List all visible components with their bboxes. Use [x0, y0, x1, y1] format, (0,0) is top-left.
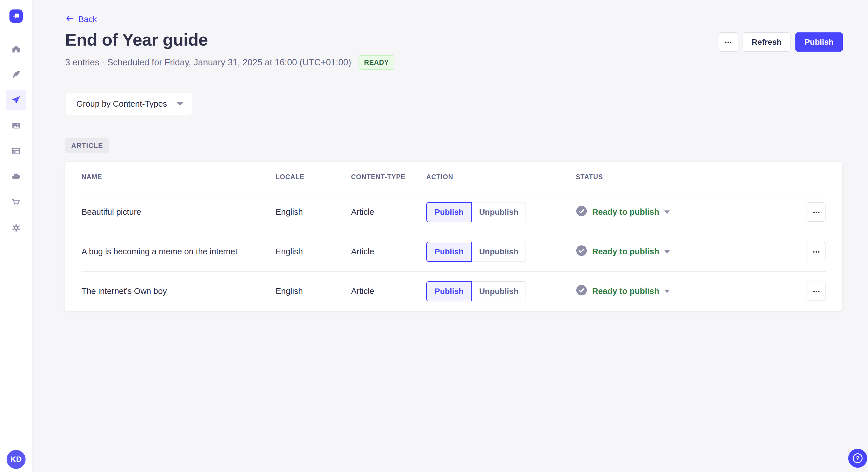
publish-state-toggle: Publish Unpublish — [426, 281, 526, 301]
chevron-down-icon — [177, 102, 183, 106]
column-header-content-type: CONTENT-TYPE — [351, 173, 426, 181]
publish-toggle-button[interactable]: Publish — [426, 202, 472, 222]
entry-content-type: Article — [351, 247, 426, 256]
sidebar-item-marketplace[interactable] — [6, 192, 26, 212]
header-actions: Refresh Publish — [719, 32, 843, 52]
images-icon — [11, 121, 21, 131]
back-arrow-icon — [65, 14, 74, 25]
gear-icon — [11, 223, 21, 233]
check-circle-icon — [576, 205, 587, 219]
group-by-label: Group by Content-Types — [76, 99, 167, 109]
unpublish-toggle-button[interactable]: Unpublish — [472, 281, 526, 301]
entry-action-cell: Publish Unpublish — [426, 281, 576, 301]
cloud-icon — [11, 171, 21, 182]
entry-action-cell: Publish Unpublish — [426, 242, 576, 262]
chevron-down-icon — [664, 210, 670, 214]
status-badge: READY — [359, 55, 394, 70]
entry-action-cell: Publish Unpublish — [426, 202, 576, 222]
content-type-group-badge: ARTICLE — [65, 138, 109, 153]
sidebar-item-releases[interactable] — [6, 90, 26, 110]
row-more-button[interactable] — [807, 281, 826, 301]
user-avatar[interactable]: KD — [7, 450, 26, 469]
more-dots-icon — [813, 249, 820, 254]
more-dots-icon — [813, 210, 820, 214]
more-dots-icon — [813, 289, 820, 293]
entry-status-dropdown[interactable]: Ready to publish — [576, 205, 807, 219]
layout-icon — [11, 146, 21, 156]
entries-table-card: NAME LOCALE CONTENT-TYPE ACTION STATUS B… — [65, 162, 842, 311]
status-label: Ready to publish — [592, 286, 659, 296]
entry-locale: English — [276, 286, 351, 296]
entry-content-type: Article — [351, 286, 426, 296]
entry-name: Beautiful picture — [82, 207, 276, 217]
group-by-select[interactable]: Group by Content-Types — [65, 93, 192, 115]
unpublish-toggle-button[interactable]: Unpublish — [472, 242, 526, 262]
sidebar-nav — [0, 39, 32, 238]
column-header-locale: LOCALE — [276, 173, 351, 181]
chevron-down-icon — [664, 290, 670, 293]
entry-locale: English — [276, 247, 351, 256]
entry-status-dropdown[interactable]: Ready to publish — [576, 284, 807, 298]
table-body: Beautiful picture English Article Publis… — [82, 192, 826, 311]
publish-state-toggle: Publish Unpublish — [426, 242, 526, 262]
page-title: End of Year guide — [65, 30, 208, 49]
entry-locale: English — [276, 207, 351, 217]
publish-toggle-button[interactable]: Publish — [426, 242, 472, 262]
check-circle-icon — [576, 284, 587, 298]
home-icon — [11, 44, 21, 54]
strapi-logo[interactable] — [0, 0, 32, 32]
feather-icon — [11, 70, 21, 79]
entry-status-dropdown[interactable]: Ready to publish — [576, 245, 807, 258]
column-header-status: STATUS — [576, 173, 807, 181]
entry-name: The internet's Own boy — [82, 286, 276, 296]
question-mark-icon: ? — [853, 453, 863, 463]
row-more-button[interactable] — [807, 202, 826, 222]
more-dots-icon — [725, 40, 732, 44]
publish-release-button[interactable]: Publish — [795, 32, 843, 52]
entry-name: A bug is becoming a meme on the internet — [82, 247, 276, 256]
column-header-action: ACTION — [426, 173, 576, 181]
table-header-row: NAME LOCALE CONTENT-TYPE ACTION STATUS — [82, 162, 826, 192]
cart-icon — [11, 197, 21, 207]
refresh-button[interactable]: Refresh — [743, 32, 791, 52]
release-subtitle-row: 3 entries - Scheduled for Friday, Januar… — [65, 55, 394, 70]
column-header-name: NAME — [82, 173, 276, 181]
sidebar-item-media-library[interactable] — [6, 115, 26, 136]
sidebar-item-home[interactable] — [6, 39, 26, 59]
publish-state-toggle: Publish Unpublish — [426, 202, 526, 222]
entry-content-type: Article — [351, 207, 426, 217]
back-label: Back — [79, 14, 97, 24]
paper-plane-icon — [11, 95, 21, 105]
chevron-down-icon — [664, 250, 670, 254]
table-row: A bug is becoming a meme on the internet… — [82, 232, 826, 271]
status-label: Ready to publish — [592, 247, 659, 256]
publish-toggle-button[interactable]: Publish — [426, 281, 472, 301]
table-row: The internet's Own boy English Article P… — [82, 271, 826, 311]
sidebar-item-settings[interactable] — [6, 217, 26, 238]
status-label: Ready to publish — [592, 207, 659, 217]
table-row: Beautiful picture English Article Publis… — [82, 192, 826, 232]
sidebar-item-content-type-builder[interactable] — [6, 141, 26, 162]
release-more-button[interactable] — [719, 32, 738, 52]
release-subtitle: 3 entries - Scheduled for Friday, Januar… — [65, 57, 351, 68]
main-navigation-sidebar: KD — [0, 0, 32, 472]
check-circle-icon — [576, 245, 587, 258]
back-link[interactable]: Back — [65, 14, 97, 25]
unpublish-toggle-button[interactable]: Unpublish — [472, 202, 526, 222]
help-button[interactable]: ? — [848, 449, 867, 468]
row-more-button[interactable] — [807, 242, 826, 261]
sidebar-item-content-manager[interactable] — [6, 64, 26, 85]
sidebar-item-cloud[interactable] — [6, 166, 26, 187]
